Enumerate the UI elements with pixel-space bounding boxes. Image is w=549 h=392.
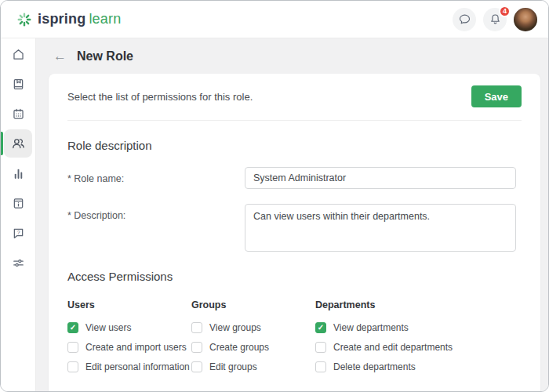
sidebar-item-help[interactable]: ? — [4, 219, 32, 247]
ispring-learn-logo[interactable]: ispringlearn — [16, 11, 121, 27]
permission-checkbox-delete-departments[interactable]: Delete departments — [315, 361, 522, 372]
description-label: * Description: — [67, 204, 245, 221]
role-description-heading: Role description — [49, 121, 540, 152]
logo-brand-text: ispring — [38, 11, 85, 27]
access-permissions-heading: Access Permissions — [49, 252, 540, 283]
permission-column-departments: Departments✓View departmentsCreate and e… — [315, 299, 522, 381]
save-button[interactable]: Save — [471, 85, 522, 107]
sidebar-item-catalog[interactable] — [4, 189, 32, 217]
checkbox-checked-icon[interactable]: ✓ — [67, 322, 78, 333]
kiosk-info-icon — [11, 196, 26, 211]
permission-column-header: Groups — [191, 299, 315, 310]
permission-column-groups: GroupsView groupsCreate groupsEdit group… — [191, 299, 315, 381]
top-bar: ispringlearn 4 — [1, 1, 548, 38]
permission-label: Create groups — [209, 342, 269, 353]
home-icon — [11, 47, 26, 62]
permission-column-header: Users — [67, 299, 191, 310]
description-textarea[interactable]: Can view users within their departments. — [245, 204, 516, 252]
permission-checkbox-view-groups[interactable]: View groups — [191, 322, 315, 333]
back-button[interactable]: ← — [53, 49, 67, 63]
messages-button[interactable] — [453, 8, 476, 31]
sidebar-item-courses[interactable] — [4, 70, 32, 98]
intro-text: Select the list of permissions for this … — [67, 91, 253, 103]
help-bubble-icon: ? — [11, 226, 26, 241]
svg-text:?: ? — [16, 229, 20, 234]
permission-checkbox-view-departments[interactable]: ✓View departments — [315, 322, 522, 333]
sidebar-item-users[interactable] — [4, 129, 32, 158]
settings-sliders-icon — [11, 256, 26, 270]
permission-label: Delete departments — [333, 361, 416, 372]
permission-label: View departments — [333, 322, 409, 333]
permission-column-header: Departments — [315, 299, 522, 310]
permission-label: Create and import users — [85, 342, 187, 353]
permission-label: View groups — [209, 322, 261, 333]
checkbox-unchecked-icon[interactable] — [67, 361, 78, 372]
notification-count-badge: 4 — [499, 5, 511, 17]
role-form-card: Select the list of permissions for this … — [49, 74, 540, 392]
checkbox-unchecked-icon[interactable] — [191, 342, 202, 353]
sidebar-item-reports[interactable] — [4, 159, 32, 187]
sidebar-item-home[interactable] — [4, 40, 32, 68]
role-name-label: * Role name: — [67, 167, 245, 184]
permission-column-users: Users✓View usersCreate and import usersE… — [67, 299, 191, 381]
permissions-grid: Users✓View usersCreate and import usersE… — [49, 283, 540, 381]
app-window: ispringlearn 4 — [0, 0, 549, 392]
permission-checkbox-edit-personal-information[interactable]: Edit personal information — [67, 361, 191, 372]
logo-product-text: learn — [89, 11, 121, 27]
notifications-button[interactable]: 4 — [483, 8, 507, 31]
permission-label: View users — [85, 322, 131, 333]
page-header: ← New Role — [36, 38, 548, 74]
sidebar-item-settings[interactable] — [4, 249, 32, 277]
permission-label: Edit personal information — [85, 361, 190, 372]
permission-checkbox-view-users[interactable]: ✓View users — [67, 322, 191, 333]
ispring-burst-icon — [16, 12, 32, 27]
top-bar-actions: 4 — [453, 8, 537, 31]
page-title: New Role — [77, 49, 133, 64]
checkbox-unchecked-icon[interactable] — [67, 342, 78, 353]
permission-label: Create and edit departments — [333, 342, 453, 353]
checkbox-checked-icon[interactable]: ✓ — [315, 322, 326, 333]
user-avatar[interactable] — [514, 8, 537, 31]
body: ? ← New Role Select the list of permissi… — [1, 38, 548, 392]
book-icon — [11, 77, 26, 92]
checkbox-unchecked-icon[interactable] — [315, 361, 326, 372]
active-item-indicator — [1, 132, 3, 155]
permission-label: Edit groups — [209, 361, 257, 372]
description-field-row: * Description: Can view users within the… — [49, 189, 540, 252]
bar-chart-icon — [11, 166, 26, 181]
checkbox-unchecked-icon[interactable] — [315, 342, 326, 353]
card-header: Select the list of permissions for this … — [49, 74, 540, 120]
main-content: ← New Role Select the list of permission… — [36, 38, 548, 392]
role-name-field-row: * Role name: — [49, 152, 540, 189]
checkbox-unchecked-icon[interactable] — [191, 361, 202, 372]
permission-checkbox-create-and-edit-departments[interactable]: Create and edit departments — [315, 342, 522, 353]
users-icon — [10, 136, 26, 151]
chat-bubble-icon — [458, 13, 471, 26]
calendar-icon — [11, 107, 26, 122]
sidebar-nav: ? — [1, 38, 36, 392]
permission-checkbox-edit-groups[interactable]: Edit groups — [191, 361, 315, 372]
permission-checkbox-create-groups[interactable]: Create groups — [191, 342, 315, 353]
sidebar-item-calendar[interactable] — [4, 100, 32, 128]
permission-checkbox-create-and-import-users[interactable]: Create and import users — [67, 342, 191, 353]
checkbox-unchecked-icon[interactable] — [191, 322, 202, 333]
role-name-input[interactable] — [245, 167, 516, 189]
